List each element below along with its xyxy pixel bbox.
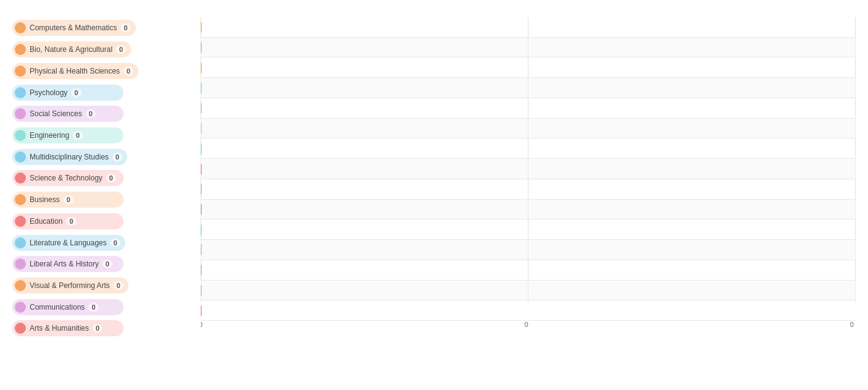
category-circle-14 [15, 323, 26, 334]
y-label-11: Liberal Arts & History0 [12, 255, 201, 273]
category-value-2: 0 [123, 67, 133, 75]
y-label-3: Psychology0 [12, 84, 201, 101]
category-value-0: 0 [120, 23, 130, 32]
category-label-2: Physical & Health Sciences [30, 67, 120, 75]
y-label-9: Education0 [12, 213, 201, 230]
category-label-8: Business [30, 195, 60, 204]
category-label-4: Social Sciences [30, 109, 82, 118]
bar-fill-12 [201, 265, 202, 276]
y-label-13: Communications0 [12, 299, 201, 316]
bar-row-11 [201, 240, 856, 260]
chart-container: Computers & Mathematics0Bio, Nature & Ag… [0, 0, 868, 390]
bar-fill-7 [201, 164, 202, 175]
bar-row-9 [201, 200, 856, 220]
y-label-2: Physical & Health Sciences0 [12, 62, 201, 80]
category-circle-3 [15, 87, 26, 98]
category-value-10: 0 [111, 239, 120, 247]
bar-fill-11 [201, 244, 202, 255]
category-circle-10 [15, 237, 26, 248]
bar-row-4 [201, 98, 856, 119]
category-circle-1 [15, 44, 26, 55]
bar-fill-10 [201, 224, 202, 235]
bar-row-6 [201, 138, 856, 159]
y-axis-labels: Computers & Mathematics0Bio, Nature & Ag… [12, 17, 201, 339]
category-circle-4 [15, 108, 26, 119]
bar-fill-2 [201, 62, 202, 74]
category-label-7: Science & Technology [30, 174, 102, 182]
bar-fill-6 [201, 143, 202, 155]
bar-row-2 [201, 57, 856, 78]
y-label-4: Social Sciences0 [12, 105, 201, 122]
y-label-0: Computers & Mathematics0 [12, 19, 201, 36]
category-label-9: Education [30, 217, 62, 226]
bar-fill-4 [201, 103, 202, 114]
category-circle-11 [15, 258, 26, 269]
bar-row-1 [201, 38, 856, 58]
category-label-12: Visual & Performing Arts [30, 281, 110, 290]
category-circle-6 [15, 151, 26, 163]
y-label-5: Engineering0 [12, 127, 201, 144]
category-label-0: Computers & Mathematics [30, 23, 117, 32]
bar-fill-13 [201, 285, 202, 296]
category-circle-9 [15, 216, 26, 227]
category-value-9: 0 [66, 217, 76, 226]
y-label-12: Visual & Performing Arts0 [12, 277, 201, 294]
category-value-4: 0 [86, 109, 96, 118]
y-label-10: Literature & Languages0 [12, 234, 201, 252]
bar-rows [201, 17, 856, 321]
x-label-0: 0 [201, 321, 202, 339]
category-circle-7 [15, 172, 26, 184]
bar-row-3 [201, 78, 856, 98]
category-value-14: 0 [93, 324, 102, 333]
category-value-12: 0 [114, 281, 123, 290]
category-circle-8 [15, 194, 26, 205]
category-label-3: Psychology [30, 88, 67, 97]
category-label-14: Arts & Humanities [30, 324, 89, 333]
x-label-2: 0 [850, 321, 854, 339]
category-label-6: Multidisciplinary Studies [30, 153, 109, 161]
bar-row-14 [201, 300, 856, 321]
category-circle-13 [15, 302, 26, 313]
y-label-6: Multidisciplinary Studies0 [12, 148, 201, 166]
bar-row-8 [201, 179, 856, 200]
category-circle-0 [15, 22, 26, 33]
chart-area: Computers & Mathematics0Bio, Nature & Ag… [12, 17, 856, 339]
bar-row-12 [201, 260, 856, 281]
x-label-1: 0 [524, 321, 528, 339]
category-label-1: Bio, Nature & Agricultural [30, 45, 112, 54]
category-value-7: 0 [106, 174, 116, 182]
category-value-3: 0 [71, 88, 81, 97]
bar-fill-3 [201, 83, 202, 94]
bar-fill-9 [201, 204, 202, 215]
bar-fill-5 [201, 123, 202, 134]
bars-section: 000 [201, 17, 856, 339]
category-value-13: 0 [88, 303, 98, 312]
category-value-8: 0 [64, 195, 73, 204]
bar-row-5 [201, 119, 856, 139]
y-label-7: Science & Technology0 [12, 169, 201, 187]
category-label-5: Engineering [30, 131, 69, 140]
bar-row-7 [201, 159, 856, 179]
category-circle-5 [15, 130, 26, 141]
category-circle-12 [15, 280, 26, 291]
bar-fill-1 [201, 42, 202, 53]
category-label-10: Literature & Languages [30, 239, 107, 247]
category-circle-2 [15, 66, 26, 77]
category-value-5: 0 [73, 131, 83, 140]
bar-row-10 [201, 219, 856, 240]
bar-row-13 [201, 281, 856, 301]
bar-fill-14 [201, 305, 202, 316]
bar-fill-8 [201, 184, 202, 195]
category-label-13: Communications [30, 303, 85, 312]
y-label-1: Bio, Nature & Agricultural0 [12, 41, 201, 58]
category-value-6: 0 [112, 153, 122, 161]
bar-fill-0 [201, 22, 202, 33]
category-value-1: 0 [116, 45, 126, 54]
bars-area [201, 17, 856, 321]
category-label-11: Liberal Arts & History [30, 260, 99, 268]
bar-row-0 [201, 17, 856, 38]
y-label-8: Business0 [12, 191, 201, 208]
category-value-11: 0 [102, 260, 112, 268]
x-axis-labels: 000 [201, 321, 856, 339]
y-label-14: Arts & Humanities0 [12, 320, 201, 337]
